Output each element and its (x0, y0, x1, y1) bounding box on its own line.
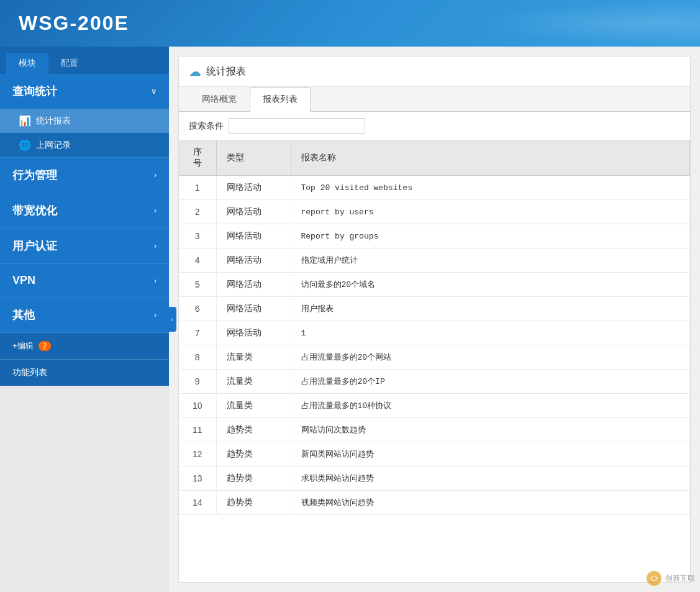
cell-type: 网络活动 (216, 224, 291, 248)
internet-log-icon: 🌐 (19, 139, 31, 151)
nav-section-bandwidth: 带宽优化 › (0, 193, 169, 229)
sidebar-tab-config[interactable]: 配置 (48, 53, 91, 74)
app-title: WSG-200E (19, 12, 129, 35)
sidebar-collapse-button[interactable]: ‹ (168, 307, 176, 332)
cell-type: 趋势类 (216, 418, 291, 442)
nav-arrow-other: › (154, 311, 157, 319)
table-row[interactable]: 13 趋势类 求职类网站访问趋势 (179, 467, 690, 491)
table-row[interactable]: 4 网络活动 指定域用户统计 (179, 248, 690, 273)
cell-name: 视频类网站访问趋势 (291, 491, 690, 515)
cell-name: 指定域用户统计 (291, 248, 690, 273)
nav-section-label-behavior: 行为管理 (12, 168, 57, 183)
nav-section-query-stats: 查询统计 ∨ 📊 统计报表 🌐 上网记录 (0, 74, 169, 158)
funclist: 功能列表 (0, 359, 169, 386)
stats-report-icon: 📊 (19, 115, 31, 127)
cell-type: 趋势类 (216, 442, 291, 467)
nav-section-header-vpn[interactable]: VPN › (0, 264, 169, 297)
nav-section-user-auth: 用户认证 › (0, 229, 169, 264)
bottom-logo: 创新互联 (645, 570, 695, 587)
col-header-name: 报表名称 (291, 140, 690, 176)
nav-section-label-query-stats: 查询统计 (12, 84, 57, 99)
tab-network-overview[interactable]: 网络概览 (189, 87, 250, 112)
table-row[interactable]: 11 趋势类 网站访问次数趋势 (179, 418, 690, 442)
nav-section-label-bandwidth: 带宽优化 (12, 203, 57, 218)
nav-arrow-behavior: › (154, 171, 157, 180)
table-row[interactable]: 14 趋势类 视频类网站访问趋势 (179, 491, 690, 515)
sidebar-edit-bar: +编辑 2 (0, 333, 169, 359)
table-row[interactable]: 6 网络活动 用户报表 (179, 297, 690, 321)
cell-no: 3 (179, 224, 216, 248)
table-row[interactable]: 7 网络活动 1 (179, 321, 690, 345)
table-row[interactable]: 12 趋势类 新闻类网站访问趋势 (179, 442, 690, 467)
svg-point-1 (652, 576, 656, 580)
col-header-no: 序号 (179, 140, 216, 176)
table-row[interactable]: 9 流量类 占用流量最多的20个IP (179, 370, 690, 394)
content-area: ☁ 统计报表 网络概览 报表列表 搜索条件 序号 类型 (169, 47, 700, 592)
search-label: 搜索条件 (189, 121, 224, 132)
cell-type: 网络活动 (216, 248, 291, 273)
nav-section-header-bandwidth[interactable]: 带宽优化 › (0, 193, 169, 228)
cell-name: 求职类网站访问趋势 (291, 467, 690, 491)
content-header-icon: ☁ (189, 64, 201, 79)
cell-name: 占用流量最多的20个IP (291, 370, 690, 394)
cell-name: 新闻类网站访问趋势 (291, 442, 690, 467)
nav-section-header-user-auth[interactable]: 用户认证 › (0, 229, 169, 263)
content-header-title: 统计报表 (206, 65, 246, 78)
nav-section-header-other[interactable]: 其他 › (0, 298, 169, 332)
table-row[interactable]: 3 网络活动 Report by groups (179, 224, 690, 248)
nav-arrow-bandwidth: › (154, 206, 157, 215)
cell-no: 5 (179, 273, 216, 297)
cell-type: 网络活动 (216, 273, 291, 297)
cell-type: 流量类 (216, 370, 291, 394)
cell-no: 4 (179, 248, 216, 273)
nav-section-label-other: 其他 (12, 307, 35, 322)
cell-name: 网站访问次数趋势 (291, 418, 690, 442)
cell-name: 占用流量最多的10种协议 (291, 394, 690, 418)
cell-no: 9 (179, 370, 216, 394)
cell-name: 占用流量最多的20个网站 (291, 345, 690, 370)
content-header: ☁ 统计报表 (179, 57, 690, 87)
edit-badge: 2 (39, 341, 52, 351)
edit-label[interactable]: +编辑 (12, 340, 34, 352)
nav-section-header-behavior[interactable]: 行为管理 › (0, 158, 169, 193)
cell-name: 访问最多的20个域名 (291, 273, 690, 297)
col-header-type: 类型 (216, 140, 291, 176)
cell-type: 趋势类 (216, 491, 291, 515)
nav-section-header-query-stats[interactable]: 查询统计 ∨ (0, 74, 169, 109)
cell-type: 趋势类 (216, 467, 291, 491)
sidebar-tab-module[interactable]: 模块 (6, 53, 48, 74)
table-row[interactable]: 1 网络活动 Top 20 visited websites (179, 176, 690, 200)
header: WSG-200E (0, 0, 700, 47)
cell-type: 网络活动 (216, 297, 291, 321)
sidebar-nav: 查询统计 ∨ 📊 统计报表 🌐 上网记录 行为管理 (0, 74, 169, 333)
nav-arrow-user-auth: › (154, 242, 157, 250)
cell-name: report by users (291, 200, 690, 224)
table-row[interactable]: 8 流量类 占用流量最多的20个网站 (179, 345, 690, 370)
sidebar-item-label-internet-log: 上网记录 (36, 140, 71, 151)
cell-no: 7 (179, 321, 216, 345)
cell-name: 用户报表 (291, 297, 690, 321)
cell-name: Report by groups (291, 224, 690, 248)
sidebar-item-internet-log[interactable]: 🌐 上网记录 (0, 133, 169, 157)
tab-report-list[interactable]: 报表列表 (250, 87, 311, 112)
cell-type: 网络活动 (216, 176, 291, 200)
content-panel: ☁ 统计报表 网络概览 报表列表 搜索条件 序号 类型 (178, 56, 691, 583)
search-input[interactable] (229, 118, 365, 134)
cell-no: 11 (179, 418, 216, 442)
cell-no: 13 (179, 467, 216, 491)
nav-section-behavior: 行为管理 › (0, 158, 169, 193)
table-container: 序号 类型 报表名称 1 网络活动 Top 20 visited website… (179, 140, 690, 582)
company-name: 创新互联 (665, 573, 695, 584)
search-bar: 搜索条件 (179, 112, 690, 140)
nav-section-label-vpn: VPN (12, 274, 35, 287)
cell-name: Top 20 visited websites (291, 176, 690, 200)
cell-no: 1 (179, 176, 216, 200)
table-row[interactable]: 2 网络活动 report by users (179, 200, 690, 224)
sidebar: 模块 配置 查询统计 ∨ 📊 统计报表 🌐 (0, 47, 169, 386)
nav-section-other: 其他 › (0, 298, 169, 333)
table-row[interactable]: 5 网络活动 访问最多的20个域名 (179, 273, 690, 297)
sidebar-tabs: 模块 配置 (0, 47, 169, 74)
funclist-label: 功能列表 (12, 367, 47, 377)
sidebar-item-stats-report[interactable]: 📊 统计报表 (0, 109, 169, 133)
table-row[interactable]: 10 流量类 占用流量最多的10种协议 (179, 394, 690, 418)
